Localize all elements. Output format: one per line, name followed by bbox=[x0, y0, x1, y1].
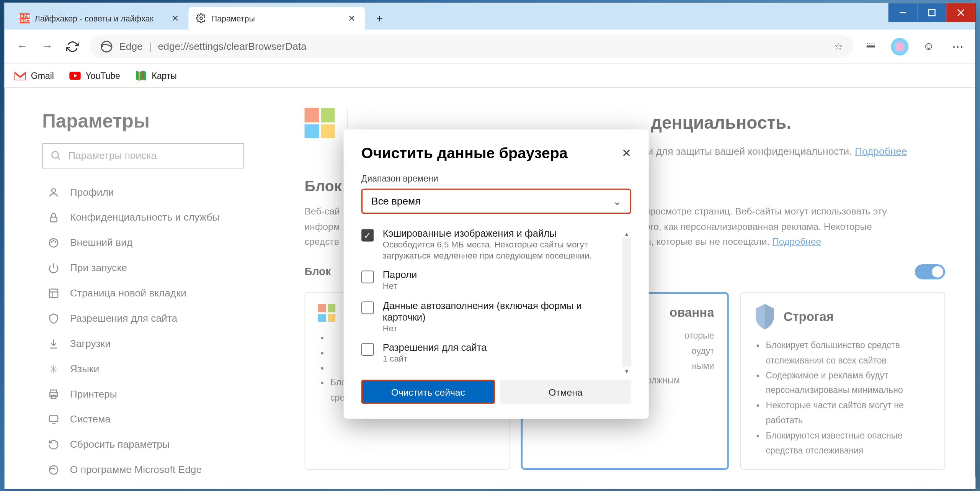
clear-options-list[interactable]: ✓ Кэшированные изображения и файлыОсвобо… bbox=[361, 224, 631, 368]
scroll-down-icon[interactable]: ▾ bbox=[622, 367, 631, 375]
new-tab-button[interactable]: + bbox=[369, 8, 390, 29]
toolbar: ← → Edge | edge://settings/clearBrowserD… bbox=[5, 29, 975, 64]
url-text: edge://settings/clearBrowserData bbox=[158, 41, 307, 52]
bookmarks-bar: Gmail YouTube Карты bbox=[5, 64, 975, 88]
youtube-icon bbox=[69, 70, 80, 81]
checkbox-permissions[interactable] bbox=[361, 343, 374, 356]
browser-window: { "tabs": [ {"label": "Лайфхакер - совет… bbox=[4, 3, 976, 489]
time-range-label: Диапазон времени bbox=[361, 173, 631, 183]
star-icon[interactable]: ☆ bbox=[834, 40, 843, 52]
scrollbar[interactable]: ▴ ▾ bbox=[622, 229, 631, 375]
menu-icon[interactable]: ⋯ bbox=[945, 34, 970, 59]
window-close-button[interactable] bbox=[946, 3, 975, 22]
time-range-select[interactable]: Все время ⌄ bbox=[361, 188, 631, 214]
scroll-up-icon[interactable]: ▴ bbox=[622, 229, 631, 238]
checkbox-autofill[interactable] bbox=[361, 301, 374, 314]
edge-label: Edge bbox=[119, 41, 143, 52]
titlebar: ЛАЙФ ХАКЕР Лайфхакер - советы и лайфхак … bbox=[5, 3, 975, 29]
option-permissions[interactable]: Разрешения для сайта1 сайт bbox=[361, 338, 624, 368]
chevron-down-icon: ⌄ bbox=[613, 195, 621, 207]
maximize-button[interactable] bbox=[917, 3, 946, 22]
tab-label: Лайфхакер - советы и лайфхак bbox=[35, 13, 165, 23]
feedback-icon[interactable]: ☺ bbox=[916, 34, 941, 59]
gear-icon bbox=[196, 13, 206, 23]
window-controls bbox=[889, 3, 975, 29]
bookmark-maps[interactable]: Карты bbox=[135, 70, 177, 81]
clear-data-dialog: Очистить данные браузера ✕ Диапазон врем… bbox=[344, 129, 649, 419]
bookmark-youtube[interactable]: YouTube bbox=[69, 70, 120, 81]
tab-label: Параметры bbox=[211, 13, 341, 23]
minimize-button[interactable] bbox=[889, 3, 918, 22]
tab-strip: ЛАЙФ ХАКЕР Лайфхакер - советы и лайфхак … bbox=[5, 3, 390, 29]
checkbox-passwords[interactable] bbox=[361, 271, 374, 283]
close-icon[interactable]: ✕ bbox=[170, 13, 181, 24]
clear-now-button[interactable]: Очистить сейчас bbox=[361, 380, 495, 404]
tab-lifehacker[interactable]: ЛАЙФ ХАКЕР Лайфхакер - советы и лайфхак … bbox=[12, 7, 188, 29]
tab-settings[interactable]: Параметры ✕ bbox=[188, 7, 365, 29]
close-icon[interactable]: ✕ bbox=[346, 13, 358, 24]
svg-rect-2 bbox=[929, 10, 935, 16]
dialog-title: Очистить данные браузера bbox=[361, 144, 568, 162]
edge-icon bbox=[100, 40, 113, 53]
option-autofill[interactable]: Данные автозаполнения (включая формы и к… bbox=[361, 296, 624, 338]
lifehacker-icon: ЛАЙФ ХАКЕР bbox=[20, 13, 29, 23]
bookmark-gmail[interactable]: Gmail bbox=[15, 70, 54, 81]
checkbox-cached[interactable]: ✓ bbox=[361, 229, 374, 242]
option-passwords[interactable]: ПаролиНет bbox=[361, 266, 624, 296]
address-bar[interactable]: Edge | edge://settings/clearBrowserData … bbox=[90, 35, 853, 57]
refresh-button[interactable] bbox=[60, 34, 85, 59]
option-cached[interactable]: ✓ Кэшированные изображения и файлыОсвобо… bbox=[361, 224, 624, 266]
gmail-icon bbox=[15, 70, 26, 81]
favorites-icon[interactable]: ⩸ bbox=[858, 34, 884, 59]
svg-point-0 bbox=[200, 17, 203, 20]
forward-button[interactable]: → bbox=[35, 34, 60, 59]
dialog-close-button[interactable]: ✕ bbox=[622, 146, 631, 160]
content-area: Параметры Профили Конфиденциальность и с… bbox=[5, 88, 975, 489]
back-button[interactable]: ← bbox=[10, 34, 35, 59]
maps-icon bbox=[135, 70, 147, 81]
profile-avatar[interactable] bbox=[887, 34, 912, 59]
cancel-button[interactable]: Отмена bbox=[500, 380, 631, 404]
